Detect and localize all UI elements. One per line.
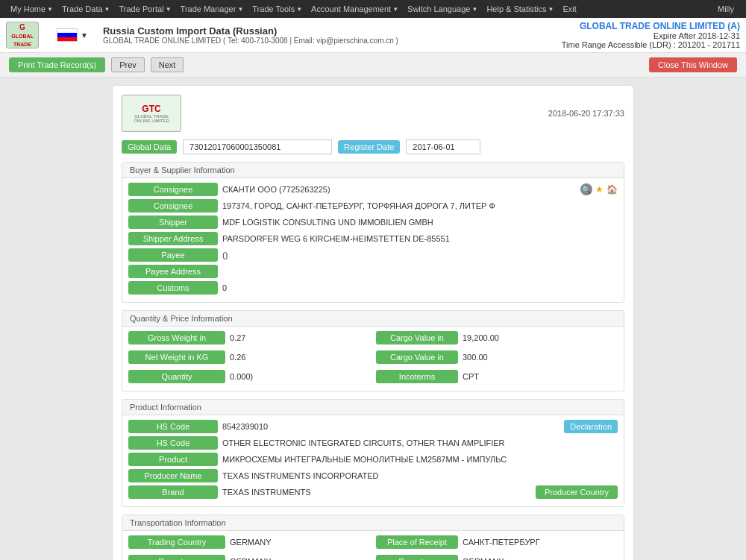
shipper-addr-value: PARSDORFER WEG 6 KIRCHEIM-HEIMSTETTEN DE… xyxy=(222,234,618,243)
hs-code1-row: HS Code 8542399010 Declaration xyxy=(128,420,618,433)
producer-name-value: TEXAS INSTRUMENTS INCORPORATED xyxy=(222,471,618,480)
payee-value: () xyxy=(222,251,618,259)
nav-helpstatistics[interactable]: Help & Statistics ▼ xyxy=(482,0,558,18)
trading-country-value: GERMANY xyxy=(230,538,370,547)
departure1-value: GERMANY xyxy=(230,557,370,560)
global-data-row: Global Data 73012017060001350081 Registe… xyxy=(122,139,624,154)
nav-tradeportal[interactable]: Trade Portal ▼ xyxy=(115,0,176,18)
gross-weight-label: Gross Weight in xyxy=(128,331,225,345)
nav-myhome[interactable]: My Home ▼ xyxy=(6,0,57,18)
nav-tradedata[interactable]: Trade Data ▼ xyxy=(57,0,115,18)
departure1-row: Departure GERMANY xyxy=(128,555,370,560)
buyer-supplier-body: Consignee СКАНТИ ООО (7725263225) 🔍 ★ 🏠 … xyxy=(122,178,624,302)
payee-row: Payee () xyxy=(128,248,618,262)
record-header: GTC GLOBAL TRADEONLINE LIMITED 2018-06-2… xyxy=(122,95,624,132)
cargo-value1-value: 19,200.00 xyxy=(463,333,618,342)
quantity-section: Quantity & Price Information Gross Weigh… xyxy=(122,310,624,391)
brand-value: TEXAS INSTRUMENTS xyxy=(222,488,531,497)
home-icon[interactable]: 🏠 xyxy=(606,184,618,195)
search-icon[interactable]: 🔍 xyxy=(580,183,592,195)
net-weight-value: 0.26 xyxy=(230,353,370,362)
star-icon[interactable]: ★ xyxy=(595,184,604,195)
nav-switchlanguage[interactable]: Switch Language ▼ xyxy=(403,0,482,18)
product-label: Product xyxy=(128,453,218,466)
departure2-value: GERMANY xyxy=(463,557,618,560)
russia-flag xyxy=(57,28,78,42)
gross-weight-row: Gross Weight in 0.27 xyxy=(128,331,370,345)
producer-name-row: Producer Name TEXAS INSTRUMENTS INCORPOR… xyxy=(128,469,618,482)
departure2-row: Departure GERMANY xyxy=(376,555,618,560)
nav-trademanager[interactable]: Trade Manager ▼ xyxy=(176,0,248,18)
header-bar: GGLOBAL TRADE ▼ Russia Custom Import Dat… xyxy=(0,18,746,53)
nav-exit[interactable]: Exit xyxy=(558,0,580,18)
incoterms-label: Incoterms xyxy=(376,370,458,383)
customs-label: Customs xyxy=(128,281,218,295)
payee-label: Payee xyxy=(128,248,218,262)
nav-accountmanagement[interactable]: Account Management ▼ xyxy=(307,0,403,18)
consignee-addr-label: Consignee xyxy=(128,199,218,213)
incoterms-value: CPT xyxy=(463,372,618,381)
page-title: Russia Custom Import Data (Russian) xyxy=(103,25,398,37)
header-right: GLOBAL TRADE ONLINE LIMITED (A) Expire A… xyxy=(562,21,740,49)
quantity-header: Quantity & Price Information xyxy=(122,311,624,327)
company-name: GLOBAL TRADE ONLINE LIMITED (A) xyxy=(562,21,740,31)
consignee-name-label: Consignee xyxy=(128,183,218,196)
quantity-body: Gross Weight in 0.27 Cargo Value in 19,2… xyxy=(122,327,624,391)
main-content: GTC GLOBAL TRADEONLINE LIMITED 2018-06-2… xyxy=(0,78,746,560)
header-logo: GGLOBAL TRADE ▼ Russia Custom Import Dat… xyxy=(6,22,398,48)
hs-code2-row: HS Code OTHER ELECTRONIC INTEGRATED CIRC… xyxy=(128,436,618,450)
hs-code2-value: OTHER ELECTRONIC INTEGRATED CIRCUITS, OT… xyxy=(222,438,618,447)
consignee-addr-value: 197374, ГОРОД, САНКТ-ПЕТЕРБУРГ, ТОРФЯНАЯ… xyxy=(222,201,618,210)
buyer-supplier-section: Buyer & Supplier Information Consignee С… xyxy=(122,162,624,303)
record-datetime: 2018-06-20 17:37:33 xyxy=(548,109,624,118)
time-range: Time Range Accessible (LDR) : 201201 - 2… xyxy=(562,40,740,49)
nav-tradetools[interactable]: Trade Tools ▼ xyxy=(248,0,307,18)
place-receipt-label: Place of Receipt xyxy=(376,535,458,549)
producer-name-label: Producer Name xyxy=(128,469,218,482)
shipper-addr-label: Shipper Address xyxy=(128,232,218,245)
global-data-label: Global Data xyxy=(122,140,177,154)
user-name: Milly xyxy=(718,4,734,13)
print-button[interactable]: Print Trade Record(s) xyxy=(9,57,105,72)
cargo-value1-row: Cargo Value in 19,200.00 xyxy=(376,331,618,345)
global-data-value: 73012017060001350081 xyxy=(183,139,332,154)
next-button[interactable]: Next xyxy=(151,57,184,72)
register-date-value: 2017-06-01 xyxy=(406,139,480,154)
register-date-label: Register Date xyxy=(338,140,400,154)
departure1-label: Departure xyxy=(128,555,225,560)
transport-body: Trading Country GERMANY Place of Receipt… xyxy=(122,531,624,560)
cargo-value2-value: 300.00 xyxy=(463,353,618,362)
hs-code2-label: HS Code xyxy=(128,436,218,450)
cargo-value2-row: Cargo Value in 300.00 xyxy=(376,350,618,364)
place-receipt-value: САНКТ-ПЕТЕРБУРГ xyxy=(463,538,618,547)
record-card: GTC GLOBAL TRADEONLINE LIMITED 2018-06-2… xyxy=(112,85,634,560)
brand-row: Brand TEXAS INSTRUMENTS Producer Country xyxy=(128,485,618,499)
page-subtitle: GLOBAL TRADE ONLINE LIMITED ( Tel: 400-7… xyxy=(103,37,398,45)
header-middle: Russia Custom Import Data (Russian) GLOB… xyxy=(103,25,398,45)
payee-addr-row: Payee Address xyxy=(128,265,618,278)
product-section: Product Information HS Code 8542399010 D… xyxy=(122,399,624,507)
consignee-name-value: СКАНТИ ООО (7725263225) xyxy=(222,185,576,194)
producer-country-button[interactable]: Producer Country xyxy=(536,485,618,499)
product-header: Product Information xyxy=(122,400,624,415)
consignee-name-row: Consignee СКАНТИ ООО (7725263225) 🔍 ★ 🏠 xyxy=(128,183,618,196)
incoterms-row: Incoterms CPT xyxy=(376,370,618,383)
quantity-row: Quantity 0.000) xyxy=(128,370,370,383)
expire-info: Expire After 2018-12-31 xyxy=(562,31,740,40)
trading-country-row: Trading Country GERMANY xyxy=(128,535,370,549)
place-receipt-row: Place of Receipt САНКТ-ПЕТЕРБУРГ xyxy=(376,535,618,549)
flag-dropdown[interactable]: ▼ xyxy=(81,31,88,40)
transport-header: Transportation Information xyxy=(122,515,624,531)
close-button[interactable]: Close This Window xyxy=(649,57,737,72)
payee-addr-label: Payee Address xyxy=(128,265,218,278)
product-value: МИКРОСХЕМЫ ИНТЕГРАЛЬНЫЕ МОНОЛИТНЫЕ LM258… xyxy=(222,455,618,464)
prev-button[interactable]: Prev xyxy=(111,57,145,72)
record-logo: GTC GLOBAL TRADEONLINE LIMITED xyxy=(122,95,181,132)
customs-row: Customs 0 xyxy=(128,281,618,295)
product-body: HS Code 8542399010 Declaration HS Code O… xyxy=(122,415,624,506)
product-row: Product МИКРОСХЕМЫ ИНТЕГРАЛЬНЫЕ МОНОЛИТН… xyxy=(128,453,618,466)
cargo-value2-label: Cargo Value in xyxy=(376,350,458,364)
declaration-button[interactable]: Declaration xyxy=(564,420,618,433)
customs-value: 0 xyxy=(222,283,618,292)
flag-area: ▼ xyxy=(57,28,88,42)
